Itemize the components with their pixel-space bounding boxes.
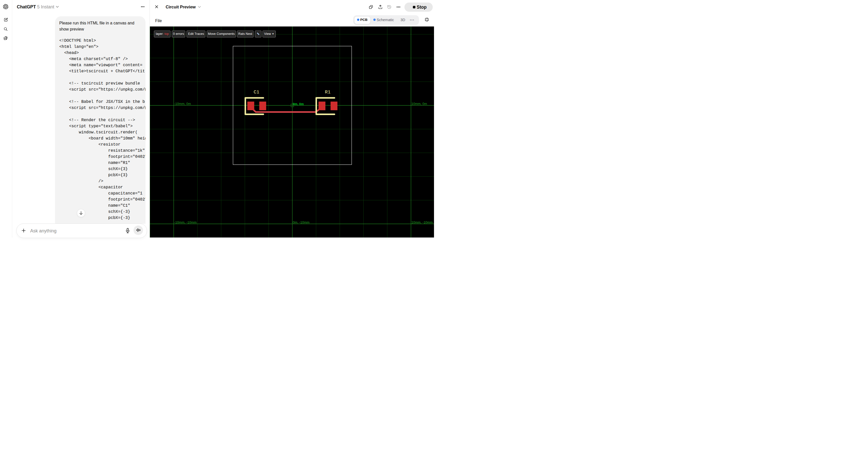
svg-text:R1: R1	[325, 90, 331, 95]
svg-text:0m, 0m: 0m, 0m	[293, 102, 304, 106]
svg-text:10mm, -10mm: 10mm, -10mm	[411, 220, 433, 224]
svg-text:-10mm, -10mm: -10mm, -10mm	[174, 220, 197, 224]
svg-text:C1: C1	[254, 90, 259, 95]
svg-text:10mm, 0m: 10mm, 0m	[411, 102, 427, 106]
svg-text:0m, -10mm: 0m, -10mm	[293, 220, 310, 224]
svg-text:-10mm, 0m: -10mm, 0m	[174, 102, 191, 106]
